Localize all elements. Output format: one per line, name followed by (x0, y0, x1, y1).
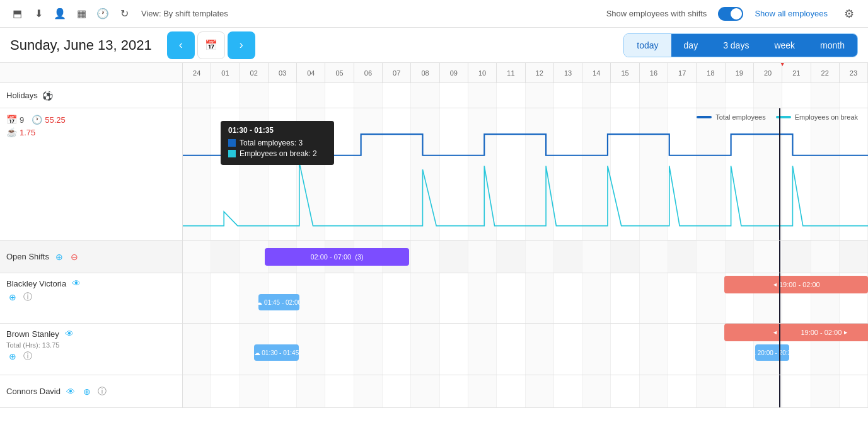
grid-col-06 (354, 375, 383, 407)
holidays-settings-icon[interactable]: ⚽ (42, 89, 54, 102)
next-button[interactable]: › (228, 31, 255, 59)
show-employees-toggle[interactable] (718, 7, 743, 21)
grid-col-18 (697, 83, 725, 108)
connors-add-icon[interactable]: ⊕ (81, 385, 93, 398)
hour-cell-16: 16 (640, 63, 668, 82)
shifts-count: 9 (20, 115, 24, 125)
grid-col-13 (554, 273, 582, 323)
calendar-button[interactable]: 📅 (197, 31, 225, 59)
grid-col-02 (240, 241, 269, 273)
time-line-brown (779, 324, 780, 375)
holidays-name: Holidays (6, 91, 38, 100)
blackley-eye-icon[interactable]: 👁 (70, 277, 83, 290)
show-all-label[interactable]: Show all employees (755, 9, 828, 18)
brown-info-icon[interactable]: ⓘ (21, 350, 34, 363)
refresh-icon[interactable]: ↻ (117, 7, 131, 21)
holidays-icons: ⚽ (42, 89, 54, 102)
hour-cell-04: 04 (297, 63, 325, 82)
grid-col-13 (554, 375, 582, 407)
employee-row-brown: Brown Stanley 👁 Total (Hrs): 13.75 ⊕ ⓘ 1… (0, 324, 868, 375)
view-3days-button[interactable]: 3 days (710, 34, 761, 57)
grid-col-18 (697, 375, 725, 407)
open-shifts-add-icon[interactable]: ⊕ (53, 251, 66, 263)
table-icon[interactable]: ▦ (74, 7, 88, 21)
grid-col-07 (383, 273, 411, 323)
grid-col-11 (497, 83, 525, 108)
grid-col-22 (811, 375, 840, 407)
grid-col-10 (468, 375, 497, 407)
grid-col-20 (754, 241, 782, 273)
hour-cell-20: 20 (754, 63, 782, 82)
prev-button[interactable]: ‹ (167, 31, 195, 59)
grid-col-15 (611, 83, 639, 108)
connors-name: Connors David (6, 387, 61, 396)
toolbar: ⬒ ⬇ 👤 ▦ 🕐 ↻ View: By shift templates Sho… (0, 0, 868, 28)
brown-eye-icon[interactable]: 👁 (63, 327, 76, 340)
chart-row: 📅 9 🕐 55.25 ☕ 1.75 (0, 108, 868, 241)
hour-cell-22: 22 (811, 63, 840, 82)
grid-col-13 (554, 83, 582, 108)
brown-shift-3[interactable]: ☁ 01:30 - 01:45 (254, 344, 299, 361)
grid-col-04 (297, 375, 325, 407)
grid-col-02 (240, 375, 269, 407)
grid-col-14 (582, 324, 611, 375)
grid-col-06 (354, 324, 383, 375)
grid-col-07 (383, 375, 411, 407)
connors-content (183, 375, 868, 407)
grid-col-20 (754, 83, 782, 108)
copy-icon[interactable]: ⬒ (10, 7, 24, 21)
break-employees-line (183, 162, 868, 226)
brown-add-icon[interactable]: ⊕ (6, 350, 19, 363)
grid-col-16 (640, 83, 668, 108)
grid-col-05 (325, 273, 354, 323)
grid-col-18 (697, 273, 725, 323)
grid-col-01 (211, 273, 240, 323)
grid-col-14 (582, 375, 611, 407)
time-line-connors (779, 375, 780, 407)
chart-legend: Total employees Employees on break (697, 113, 858, 121)
grid-col-21 (782, 375, 811, 407)
download-icon[interactable]: ⬇ (32, 7, 45, 21)
grid-col-06 (354, 273, 383, 323)
brown-shift-4[interactable]: ☁ 20:00 - 20:30 (755, 344, 789, 361)
hour-cell-08: 08 (411, 63, 439, 82)
hour-cell-18: 18 (697, 63, 725, 82)
chart-label: 📅 9 🕐 55.25 ☕ 1.75 (0, 108, 183, 240)
clock-stat-icon: 🕐 (32, 115, 42, 125)
view-week-button[interactable]: week (761, 34, 807, 57)
blackley-info-icon[interactable]: ⓘ (21, 291, 34, 303)
view-today-button[interactable]: today (624, 34, 671, 57)
grid-col-09 (440, 324, 468, 375)
tooltip-row-break: Employees on break: 2 (228, 149, 327, 158)
grid-col-14 (582, 273, 611, 323)
hour-cell-11: 11 (497, 63, 525, 82)
open-shift-block[interactable]: 02:00 - 07:00 (3) (265, 248, 408, 266)
grid-col-16 (640, 375, 668, 407)
current-time-line (779, 108, 780, 240)
hour-cell-10: 10 (468, 63, 497, 82)
grid-col-12 (526, 273, 554, 323)
calendar-area: 2401020304050607080910111213141516171819… (0, 63, 868, 425)
brown-shift-2[interactable]: 19:00 - 02:00 (780, 324, 868, 341)
grid-col-01 (211, 324, 240, 375)
employee-row-blackley: Blackley Victoria 👁 ⊕ ⓘ 19:00 - 02:00 ☁ … (0, 273, 868, 324)
blackley-add-icon[interactable]: ⊕ (6, 291, 19, 303)
grid-col-24 (183, 375, 211, 407)
connors-eye-icon[interactable]: 👁 (64, 385, 77, 398)
view-day-button[interactable]: day (671, 34, 711, 57)
grid-col-08 (411, 375, 439, 407)
settings-icon[interactable]: ⚙ (840, 5, 858, 23)
hour-cell-09: 09 (440, 63, 468, 82)
view-month-button[interactable]: month (807, 34, 857, 57)
blackley-shift-2[interactable]: ☁ 01:45 - 02:00 (258, 294, 299, 310)
connors-info-icon[interactable]: ⓘ (96, 385, 108, 398)
add-user-icon[interactable]: 👤 (53, 7, 67, 21)
break-stat-icon: ☕ (6, 127, 17, 137)
grid-col-17 (668, 324, 697, 375)
clock-icon[interactable]: 🕐 (96, 7, 110, 21)
date-nav: Sunday, June 13, 2021 ‹ 📅 › today day 3 … (0, 28, 868, 63)
hour-cell-19: 19 (726, 63, 754, 82)
open-shifts-remove-icon[interactable]: ⊖ (68, 251, 81, 263)
blackley-shift-1[interactable]: 19:00 - 02:00 (724, 276, 868, 293)
grid-col-08 (411, 324, 439, 375)
